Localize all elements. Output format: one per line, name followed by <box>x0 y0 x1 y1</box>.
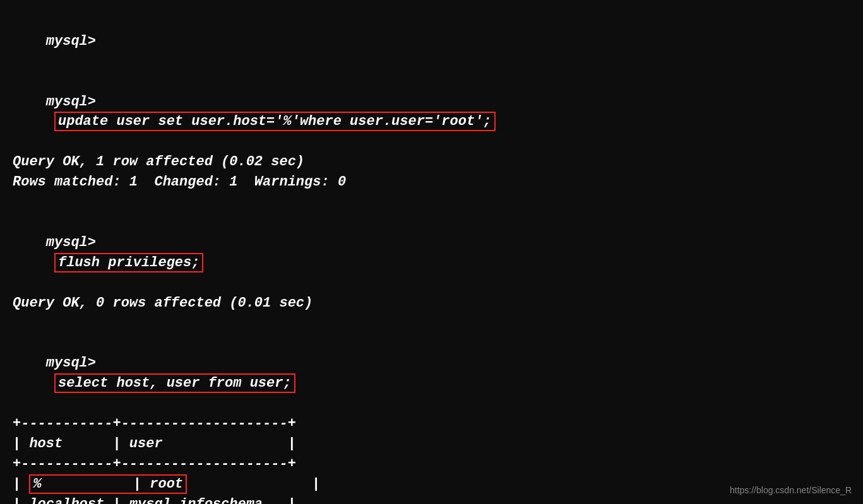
watermark: https://blog.csdn.net/Silence_R <box>730 485 852 495</box>
command-flush: flush privileges; <box>54 253 203 273</box>
prompt: mysql> <box>46 235 96 250</box>
terminal-container: mysql> mysql> update user set user.host=… <box>13 11 850 504</box>
highlighted-row: % | root <box>29 474 187 494</box>
empty-line <box>13 313 850 333</box>
prompt: mysql> <box>46 355 96 371</box>
table-separator: +-----------+--------------------+ <box>13 414 850 434</box>
table-row-highlight: | % | root | <box>13 474 850 495</box>
prompt: mysql> <box>46 94 96 110</box>
command-update: update user set user.host='%'where user.… <box>54 112 496 131</box>
prompt: mysql> <box>46 33 96 49</box>
terminal-line: mysql> select host, user from user; <box>13 333 850 414</box>
table-separator: +-----------+--------------------+ <box>13 454 850 474</box>
result-line: Query OK, 1 row affected (0.02 sec) <box>13 152 850 172</box>
result-line: Rows matched: 1 Changed: 1 Warnings: 0 <box>13 172 850 192</box>
table-row: | localhost | mysql.infoschema | <box>13 495 850 504</box>
terminal-line: mysql> flush privileges; <box>13 213 850 293</box>
terminal-line: mysql> <box>13 11 850 72</box>
table-header: | host | user | <box>13 434 850 454</box>
terminal-line: mysql> update user set user.host='%'wher… <box>13 72 850 153</box>
empty-line <box>13 192 850 213</box>
command-select: select host, user from user; <box>54 373 295 393</box>
result-line: Query OK, 0 rows affected (0.01 sec) <box>13 293 850 314</box>
